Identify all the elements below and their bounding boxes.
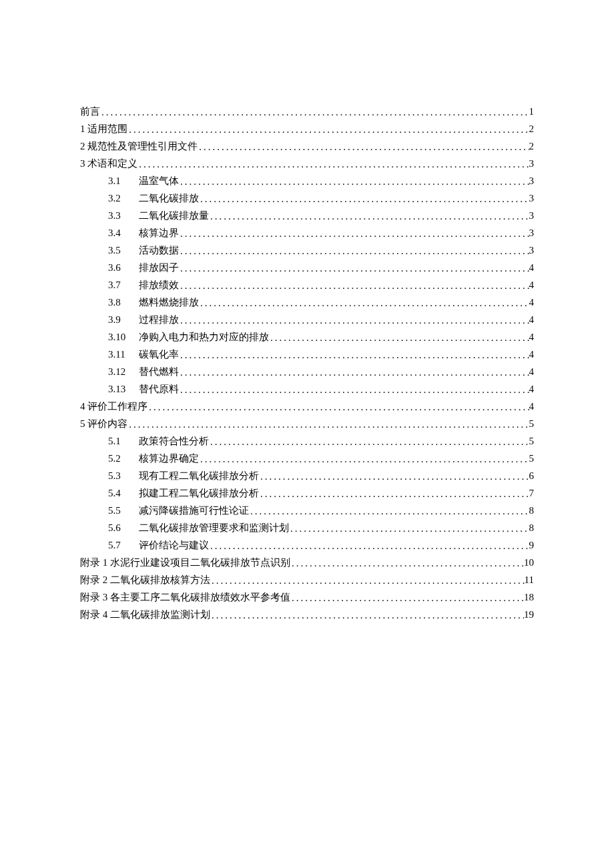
toc-entry-page: 18 [524, 592, 534, 602]
toc-entry-title: 评价结论与建议 [139, 540, 209, 550]
toc-entry[interactable]: 5.3现有工程二氧化碳排放分析6 [80, 471, 534, 481]
toc-leader-dots [179, 385, 529, 395]
toc-entry-number: 3.5 [108, 246, 133, 256]
toc-leader-dots [179, 350, 529, 360]
toc-leader-dots [179, 264, 529, 274]
toc-entry-title: 2 规范性及管理性引用文件 [80, 141, 198, 151]
toc-entry-number: 3.7 [108, 280, 133, 290]
toc-entry[interactable]: 5.6二氧化碳排放管理要求和监测计划8 [80, 523, 534, 533]
toc-entry[interactable]: 3.9过程排放4 [80, 315, 534, 325]
toc-entry-page: 4 [529, 315, 535, 325]
toc-entry[interactable]: 3.10净购入电力和热力对应的排放4 [80, 332, 534, 342]
toc-entry[interactable]: 附录 2 二氧化碳排放核算方法11 [80, 575, 534, 585]
toc-leader-dots [290, 558, 524, 568]
toc-entry-title: 过程排放 [139, 315, 179, 325]
toc-entry-title: 二氧化碳排放 [139, 193, 199, 203]
toc-entry[interactable]: 3.12替代燃料4 [80, 367, 534, 377]
toc-leader-dots [179, 281, 529, 291]
toc-entry-title: 温室气体 [139, 176, 179, 186]
toc-entry-page: 4 [529, 402, 535, 412]
toc-entry-number: 3.6 [108, 263, 133, 273]
toc-leader-dots [179, 246, 529, 256]
toc-entry[interactable]: 2 规范性及管理性引用文件2 [80, 141, 534, 151]
toc-entry-number: 3.3 [108, 211, 133, 221]
toc-leader-dots [210, 610, 524, 620]
toc-entry-title: 活动数据 [139, 246, 179, 256]
toc-entry-title: 4 评价工作程序 [80, 402, 147, 412]
toc-leader-dots [269, 333, 529, 343]
toc-entry-page: 3 [529, 211, 535, 221]
toc-entry[interactable]: 3.5活动数据3 [80, 246, 534, 256]
toc-entry[interactable]: 3 术语和定义3 [80, 159, 534, 169]
toc-entry[interactable]: 5.5减污降碳措施可行性论证8 [80, 506, 534, 516]
toc-leader-dots [209, 211, 529, 222]
toc-entry[interactable]: 5 评价内容5 [80, 419, 534, 429]
toc-leader-dots [100, 107, 529, 117]
toc-entry[interactable]: 5.7评价结论与建议9 [80, 540, 534, 550]
toc-entry-title: 附录 3 各主要工序二氧化碳排放绩效水平参考值 [80, 592, 290, 602]
toc-entry[interactable]: 附录 1 水泥行业建设项目二氧化碳排放节点识别10 [80, 558, 534, 568]
toc-entry-number: 5.4 [108, 488, 133, 498]
toc-entry-title: 二氧化碳排放管理要求和监测计划 [139, 523, 289, 533]
toc-entry-page: 4 [529, 350, 535, 360]
toc-entry-number: 5.1 [108, 436, 133, 446]
toc-entry[interactable]: 3.1温室气体3 [80, 176, 534, 186]
toc-entry[interactable]: 3.3二氧化碳排放量3 [80, 211, 534, 221]
toc-entry[interactable]: 3.6排放因子4 [80, 263, 534, 273]
toc-leader-dots [290, 593, 524, 603]
toc-entry[interactable]: 5.4拟建工程二氧化碳排放分析7 [80, 488, 534, 498]
toc-entry-page: 3 [529, 193, 535, 203]
toc-entry[interactable]: 5.1政策符合性分析5 [80, 436, 534, 446]
toc-entry[interactable]: 1 适用范围2 [80, 124, 534, 134]
toc-entry[interactable]: 附录 3 各主要工序二氧化碳排放绩效水平参考值18 [80, 592, 534, 602]
toc-leader-dots [179, 316, 529, 326]
toc-entry-title: 净购入电力和热力对应的排放 [139, 332, 269, 342]
toc-entry-title: 二氧化碳排放量 [139, 211, 209, 221]
toc-entry-title: 碳氧化率 [139, 350, 179, 360]
toc-entry[interactable]: 附录 4 二氧化碳排放监测计划19 [80, 610, 534, 620]
toc-entry-number: 5.2 [108, 454, 133, 464]
toc-entry-title: 排放因子 [139, 263, 179, 273]
toc-entry-page: 1 [529, 107, 535, 117]
toc-entry-page: 4 [529, 367, 535, 377]
toc-leader-dots [127, 125, 529, 135]
toc-entry-title: 替代燃料 [139, 367, 179, 377]
toc-leader-dots [179, 177, 529, 187]
toc-leader-dots [199, 298, 529, 308]
toc-entry-number: 5.7 [108, 540, 133, 550]
toc-entry[interactable]: 3.11碳氧化率4 [80, 350, 534, 360]
toc-entry-title: 替代原料 [139, 384, 179, 394]
toc-entry[interactable]: 4 评价工作程序4 [80, 402, 534, 412]
toc-entry[interactable]: 前言1 [80, 107, 534, 117]
toc-leader-dots [179, 368, 529, 378]
toc-entry-title: 拟建工程二氧化碳排放分析 [139, 488, 259, 498]
toc-entry-number: 3.12 [108, 367, 133, 377]
toc-entry-title: 1 适用范围 [80, 124, 127, 134]
toc-entry[interactable]: 3.2二氧化碳排放3 [80, 193, 534, 203]
toc-entry-number: 5.5 [108, 506, 133, 516]
toc-entry-title: 核算边界确定 [139, 454, 199, 464]
toc-entry-number: 3.1 [108, 176, 133, 186]
toc-leader-dots [199, 194, 529, 204]
toc-entry-title: 附录 4 二氧化碳排放监测计划 [80, 610, 210, 620]
toc-entry-page: 6 [529, 471, 535, 481]
toc-entry[interactable]: 3.4核算边界3 [80, 228, 534, 238]
toc-leader-dots [259, 472, 529, 482]
toc-entry-page: 3 [529, 246, 535, 256]
toc-leader-dots [259, 489, 529, 499]
toc-entry[interactable]: 3.13替代原料4 [80, 384, 534, 394]
toc-entry[interactable]: 5.2核算边界确定5 [80, 454, 534, 464]
toc-entry-page: 7 [529, 488, 535, 498]
toc-entry-number: 3.8 [108, 298, 133, 308]
toc-entry[interactable]: 3.8燃料燃烧排放4 [80, 298, 534, 308]
toc-leader-dots [179, 229, 529, 239]
toc-leader-dots [147, 402, 529, 412]
toc-entry-page: 2 [529, 141, 535, 151]
toc-entry-number: 3.2 [108, 193, 133, 203]
toc-entry-page: 8 [529, 506, 535, 516]
toc-leader-dots [209, 541, 529, 551]
toc-entry-page: 3 [529, 159, 535, 169]
toc-entry-title: 排放绩效 [139, 280, 179, 290]
toc-leader-dots [127, 420, 529, 430]
toc-entry[interactable]: 3.7排放绩效4 [80, 280, 534, 290]
